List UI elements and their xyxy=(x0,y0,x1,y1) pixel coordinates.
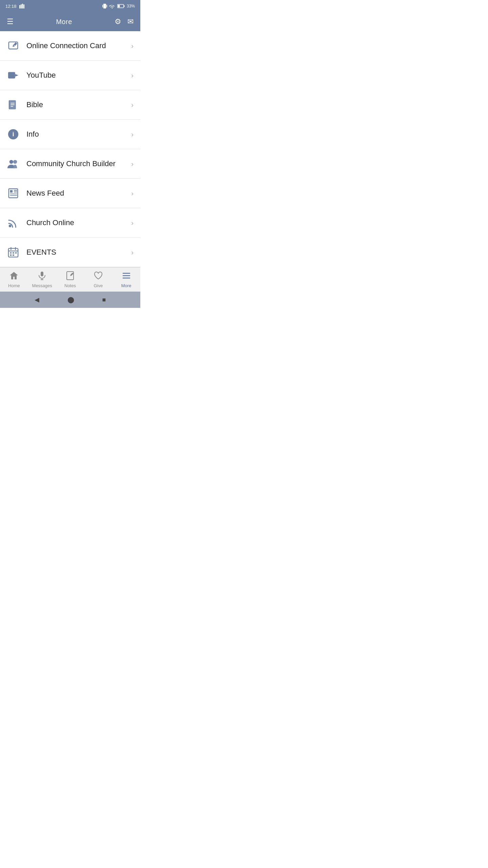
menu-label-bible: Bible xyxy=(26,100,131,109)
svg-rect-2 xyxy=(22,4,23,8)
video-icon xyxy=(5,67,21,83)
rss-icon xyxy=(5,215,21,231)
edit-card-icon xyxy=(5,38,21,54)
menu-list: Online Connection Card › YouTube › Bible… xyxy=(0,31,140,267)
svg-rect-32 xyxy=(15,252,17,254)
nav-item-messages[interactable]: Messages xyxy=(28,268,56,291)
chevron-right-icon: › xyxy=(131,219,134,227)
menu-item-youtube[interactable]: YouTube › xyxy=(0,61,140,90)
status-left: 12:18 xyxy=(5,4,25,9)
notes-icon xyxy=(65,271,75,282)
nav-label-home: Home xyxy=(8,283,20,288)
nav-item-notes[interactable]: Notes xyxy=(56,268,84,291)
status-right: 33% xyxy=(102,3,135,9)
chevron-right-icon: › xyxy=(131,101,134,109)
svg-rect-31 xyxy=(13,252,14,254)
menu-item-info[interactable]: i Info › xyxy=(0,120,140,149)
menu-item-online-connection-card[interactable]: Online Connection Card › xyxy=(0,31,140,61)
svg-rect-35 xyxy=(41,272,43,276)
people-icon xyxy=(5,156,21,172)
menu-label-news-feed: News Feed xyxy=(26,189,131,198)
svg-rect-11 xyxy=(8,72,15,79)
heart-icon xyxy=(94,271,103,282)
chevron-right-icon: › xyxy=(131,160,134,168)
svg-rect-33 xyxy=(10,255,12,256)
calendar-icon xyxy=(5,244,21,260)
svg-rect-8 xyxy=(118,5,120,7)
svg-rect-6 xyxy=(106,5,107,7)
info-icon: i xyxy=(5,126,21,142)
nav-item-give[interactable]: Give xyxy=(84,268,112,291)
svg-point-18 xyxy=(13,160,17,164)
nav-label-more: More xyxy=(121,283,131,288)
microphone-icon xyxy=(37,271,47,282)
svg-rect-9 xyxy=(124,5,124,7)
chevron-right-icon: › xyxy=(131,72,134,79)
menu-label-youtube: YouTube xyxy=(26,71,131,80)
svg-point-25 xyxy=(9,225,12,228)
menu-label-community-church-builder: Community Church Builder xyxy=(26,159,131,168)
hamburger-menu-icon[interactable]: ☰ xyxy=(7,17,14,26)
menu-label-church-online: Church Online xyxy=(26,218,131,227)
svg-rect-5 xyxy=(102,5,103,7)
menu-item-church-online[interactable]: Church Online › xyxy=(0,208,140,238)
svg-rect-0 xyxy=(19,5,20,8)
system-nav-bar: ◀ ⬤ ■ xyxy=(0,292,140,308)
page-title: More xyxy=(56,18,72,26)
chevron-right-icon: › xyxy=(131,42,134,50)
home-icon xyxy=(9,271,19,282)
recents-button[interactable]: ■ xyxy=(102,296,106,303)
menu-label-info: Info xyxy=(26,130,131,139)
menu-item-community-church-builder[interactable]: Community Church Builder › xyxy=(0,149,140,179)
home-button[interactable]: ⬤ xyxy=(67,296,74,303)
settings-icon[interactable]: ⚙ xyxy=(115,17,121,26)
back-button[interactable]: ◀ xyxy=(35,296,39,303)
nav-item-more[interactable]: More xyxy=(112,268,140,291)
menu-item-events[interactable]: EVENTS › xyxy=(0,238,140,267)
chevron-right-icon: › xyxy=(131,131,134,138)
time: 12:18 xyxy=(5,4,17,9)
battery-percent: 33% xyxy=(127,4,135,8)
svg-rect-30 xyxy=(10,252,12,254)
svg-rect-3 xyxy=(23,4,24,8)
nav-label-messages: Messages xyxy=(32,283,52,288)
menu-label-events: EVENTS xyxy=(26,248,131,257)
svg-point-17 xyxy=(9,160,13,164)
more-lines-icon xyxy=(122,271,131,282)
header: ☰ More ⚙ ✉ xyxy=(0,12,140,31)
svg-rect-34 xyxy=(13,255,14,256)
chevron-right-icon: › xyxy=(131,249,134,256)
newspaper-icon xyxy=(5,185,21,201)
header-action-icons: ⚙ ✉ xyxy=(115,17,134,26)
status-bar: 12:18 33% xyxy=(0,0,140,12)
svg-text:i: i xyxy=(12,131,14,138)
bottom-nav: Home Messages Notes Give More xyxy=(0,267,140,292)
menu-item-news-feed[interactable]: News Feed › xyxy=(0,179,140,208)
menu-label-online-connection-card: Online Connection Card xyxy=(26,41,131,50)
svg-rect-20 xyxy=(10,190,13,193)
nav-label-give: Give xyxy=(94,283,103,288)
book-icon xyxy=(5,97,21,113)
menu-item-bible[interactable]: Bible › xyxy=(0,90,140,120)
svg-rect-1 xyxy=(21,4,22,8)
mail-icon[interactable]: ✉ xyxy=(127,17,134,26)
nav-item-home[interactable]: Home xyxy=(0,268,28,291)
nav-label-notes: Notes xyxy=(64,283,76,288)
svg-rect-4 xyxy=(103,4,106,8)
chevron-right-icon: › xyxy=(131,190,134,197)
